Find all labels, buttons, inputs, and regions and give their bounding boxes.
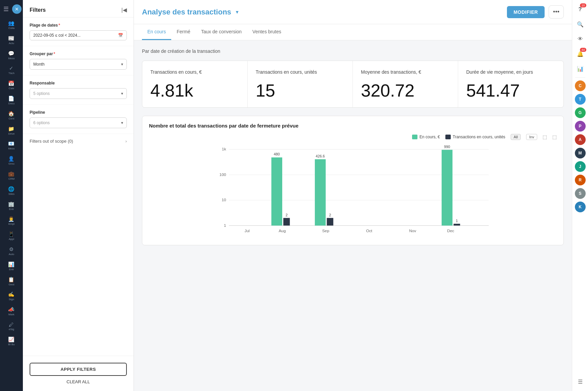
svg-text:990: 990 xyxy=(444,145,450,149)
avatar-3[interactable]: P xyxy=(575,121,586,132)
nav-icon: 👨‍💼 xyxy=(8,216,14,222)
sidebar-collapse-button[interactable]: |◀ xyxy=(121,7,127,13)
nav-item-mess[interactable]: 💬Mess xyxy=(7,48,16,63)
avatar-5[interactable]: M xyxy=(575,148,586,158)
tab-fermé[interactable]: Fermé xyxy=(171,24,195,40)
nav-item-sites[interactable]: 🌐Sites xyxy=(7,183,16,199)
apply-filters-button[interactable]: APPLY FILTERS xyxy=(30,363,127,376)
nav-item-crm[interactable]: 💼CRM xyxy=(7,168,16,183)
nav-item-sign[interactable]: ✍Sign xyxy=(7,289,16,304)
nav-item-gest[interactable]: 📋Gest xyxy=(7,274,16,289)
tab-taux-de-conversion[interactable]: Taux de conversion xyxy=(196,24,247,40)
right-panel: ?10🔍👁🔔44📊CTGPAMJRSK☰ xyxy=(572,0,588,391)
svg-text:1k: 1k xyxy=(222,147,226,152)
hamburger-icon[interactable]: ☰ xyxy=(1,3,11,15)
nav-item-tâch[interactable]: ✓Tâch xyxy=(7,63,16,78)
nav-item-cent[interactable]: 🏠Cent xyxy=(7,108,16,123)
nav-icon: 📁 xyxy=(8,126,14,132)
title-chevron-icon[interactable]: ▾ xyxy=(236,9,238,15)
svg-text:Oct: Oct xyxy=(366,228,372,233)
legend-inv-button[interactable]: Inv xyxy=(526,134,537,140)
nav-item-grou[interactable]: 👤Grou xyxy=(7,153,16,168)
chart-section: Nombre et total des transactions par dat… xyxy=(142,116,564,245)
clear-all-button[interactable]: CLEAR ALL xyxy=(30,379,127,384)
chart-copy-icon[interactable]: ⬚ xyxy=(552,134,557,140)
chart-legend: En cours, € Transactions en cours, unité… xyxy=(149,134,557,140)
modifier-button[interactable]: MODIFIER xyxy=(507,6,545,18)
nav-icon: 👥 xyxy=(8,20,14,26)
nav-item-bi bu[interactable]: 📈BI Bu xyxy=(7,334,16,349)
content-area: Par date de création de la transaction T… xyxy=(134,40,572,391)
svg-text:2: 2 xyxy=(329,213,331,217)
bell-icon[interactable]: 🔔44 xyxy=(574,48,586,60)
nav-item-mark[interactable]: 📣Mark xyxy=(7,304,16,319)
avatar-7[interactable]: R xyxy=(575,175,586,185)
green-legend-dot xyxy=(412,135,417,139)
arrow-right-icon: › xyxy=(125,139,127,144)
svg-text:1: 1 xyxy=(224,223,226,228)
svg-text:Sep: Sep xyxy=(322,228,329,233)
bar-chart-svg: 1k 100 10 1 Jul xyxy=(149,144,557,238)
avatar-8[interactable]: S xyxy=(575,188,586,199)
menu-icon[interactable]: ☰ xyxy=(574,376,586,388)
nav-icon: 🏢 xyxy=(8,201,14,207)
close-nav-button[interactable]: ✕ xyxy=(12,4,22,14)
nav-icon: 🏠 xyxy=(8,111,14,117)
svg-text:Nov: Nov xyxy=(409,228,416,233)
kpi-title-1: Transactions en cours, unités xyxy=(256,69,344,75)
report-icon[interactable]: 📊 xyxy=(574,63,586,75)
avatar-9[interactable]: K xyxy=(575,202,586,212)
nav-item-entr[interactable]: 📊Entr xyxy=(7,259,16,274)
group-by-dropdown[interactable]: Month ▾ xyxy=(30,59,127,70)
nav-icon: 💼 xyxy=(8,171,14,177)
question-icon[interactable]: ?10 xyxy=(574,3,586,15)
nav-item-cale[interactable]: 📅Cale xyxy=(7,78,16,93)
responsable-section: Responsable 5 options ▾ xyxy=(23,75,134,105)
search-icon[interactable]: 🔍 xyxy=(574,18,586,30)
nav-item-esig[interactable]: 🖊eSig xyxy=(7,319,16,334)
kpi-card-0: Transactions en cours, € 4.81k xyxy=(142,61,248,107)
nav-icon: 📱 xyxy=(8,231,14,237)
main-content: Analyse des transactions ▾ MODIFIER ••• … xyxy=(134,0,572,391)
filters-out-of-scope[interactable]: Filters out of scope (0) › xyxy=(23,134,134,148)
svg-text:2: 2 xyxy=(286,213,288,217)
tab-ventes-brutes[interactable]: Ventes brutes xyxy=(247,24,287,40)
page-title[interactable]: Analyse des transactions xyxy=(142,8,231,16)
pipeline-section: Pipeline 6 options ▾ xyxy=(23,105,134,134)
date-filter-section: Plage de dates* 2022-09-05 ≤ col < 2024.… xyxy=(23,17,134,46)
nav-item-auto[interactable]: ⚙Auto xyxy=(7,244,16,259)
nav-item-mess[interactable]: 📧Mess xyxy=(7,138,16,153)
pipeline-dropdown[interactable]: 6 options ▾ xyxy=(30,117,127,128)
nav-icon: 💬 xyxy=(8,50,14,57)
avatar-0[interactable]: C xyxy=(575,80,586,91)
nav-rail: ☰ ✕ 👥Colla📰Actu💬Mess✓Tâch📅Cale📄Docu🏠Cent… xyxy=(0,0,23,391)
nav-item-appl[interactable]: 📱Appl xyxy=(7,228,16,244)
avatar-6[interactable]: J xyxy=(575,161,586,172)
more-options-button[interactable]: ••• xyxy=(549,5,564,19)
avatar-4[interactable]: A xyxy=(575,134,586,145)
nav-item-drive[interactable]: 📁Drive xyxy=(7,123,16,138)
nav-item-empl[interactable]: 👨‍💼Empl xyxy=(7,213,16,228)
legend-green: En cours, € xyxy=(412,135,440,139)
nav-item-entr[interactable]: 🏢Entr xyxy=(7,199,16,214)
svg-text:Dec: Dec xyxy=(447,228,454,233)
bar-aug-dark xyxy=(283,218,290,226)
nav-icon: ⚙ xyxy=(9,246,13,252)
nav-item-docu[interactable]: 📄Docu xyxy=(7,93,16,108)
chart-export-icon[interactable]: ⬚ xyxy=(543,134,547,140)
avatar-2[interactable]: G xyxy=(575,107,586,118)
responsable-dropdown[interactable]: 5 options ▾ xyxy=(30,88,127,99)
chevron-down-icon: ▾ xyxy=(121,62,123,67)
tab-en-cours[interactable]: En cours xyxy=(142,24,171,40)
bar-aug-green xyxy=(271,157,282,225)
group-by-label: Grouper par* xyxy=(30,51,127,56)
eye-icon[interactable]: 👁 xyxy=(574,33,586,45)
legend-all-button[interactable]: All xyxy=(511,134,521,140)
nav-icon: 📰 xyxy=(8,35,14,41)
bar-sep-dark xyxy=(327,218,333,226)
date-range-input[interactable]: 2022-09-05 ≤ col < 2024... 📅 xyxy=(30,30,127,40)
nav-item-actu[interactable]: 📰Actu xyxy=(7,33,16,48)
nav-item-colla[interactable]: 👥Colla xyxy=(7,17,16,33)
avatar-1[interactable]: T xyxy=(575,94,586,105)
svg-text:426.6: 426.6 xyxy=(316,154,325,158)
